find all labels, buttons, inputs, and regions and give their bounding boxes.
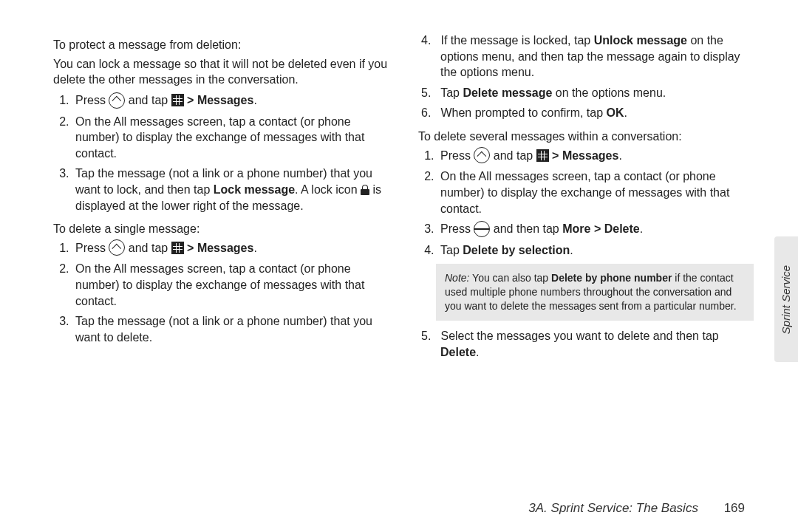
steps-delete-several: Press and tap > Messages. On the All mes…: [418, 148, 754, 259]
intro-protect: You can lock a message so that it will n…: [53, 56, 389, 88]
apps-grid-icon: [536, 149, 549, 162]
step-1c: Press and tap > Messages.: [437, 148, 754, 165]
note-label: Note:: [445, 272, 469, 284]
steps-delete-several-cont: Select the messages you want to delete a…: [418, 328, 754, 360]
page-number: 169: [724, 501, 745, 515]
heading-protect: To protect a message from deletion:: [53, 37, 389, 53]
step-6: When prompted to confirm, tap OK.: [437, 105, 754, 121]
step-1b: Press and tap > Messages.: [72, 240, 389, 257]
step-4: If the message is locked, tap Unlock mes…: [437, 33, 754, 81]
step-3b: Tap the message (not a link or a phone n…: [72, 313, 389, 345]
columns: To protect a message from deletion: You …: [53, 30, 754, 366]
step-5: Tap Delete message on the options menu.: [437, 85, 754, 101]
note-box: Note: You can also tap Delete by phone n…: [436, 264, 754, 321]
home-icon: [109, 239, 125, 256]
section-tab-label: Sprint Service: [780, 265, 793, 333]
home-icon: [474, 147, 490, 163]
apps-grid-icon: [171, 94, 184, 106]
step-2b: On the All messages screen, tap a contac…: [72, 261, 389, 309]
steps-protect: Press and tap > Messages. On the All mes…: [53, 92, 389, 214]
step-5c: Select the messages you want to delete a…: [437, 328, 754, 360]
heading-delete-single: To delete a single message:: [53, 221, 389, 237]
heading-delete-several: To delete several messages within a conv…: [418, 129, 754, 145]
lock-icon: [361, 185, 369, 195]
home-icon: [109, 92, 125, 109]
steps-delete-single-cont: If the message is locked, tap Unlock mes…: [418, 33, 754, 121]
footer-title: 3A. Sprint Service: The Basics: [528, 501, 698, 515]
section-tab: Sprint Service: [774, 236, 798, 362]
step-1: Press and tap > Messages.: [72, 92, 389, 109]
manual-page: To protect a message from deletion: You …: [0, 0, 798, 532]
step-2c: On the All messages screen, tap a contac…: [437, 168, 754, 216]
step-3c: Press and then tap More > Delete.: [437, 221, 754, 238]
step-2: On the All messages screen, tap a contac…: [72, 114, 389, 162]
page-footer: 3A. Sprint Service: The Basics 169: [528, 501, 745, 516]
left-column: To protect a message from deletion: You …: [53, 30, 389, 366]
steps-delete-single: Press and tap > Messages. On the All mes…: [53, 240, 389, 346]
menu-icon: [474, 221, 490, 237]
apps-grid-icon: [171, 242, 184, 254]
step-3: Tap the message (not a link or a phone n…: [72, 166, 389, 214]
right-column: If the message is locked, tap Unlock mes…: [418, 30, 754, 366]
step-4c: Tap Delete by selection.: [437, 242, 754, 259]
